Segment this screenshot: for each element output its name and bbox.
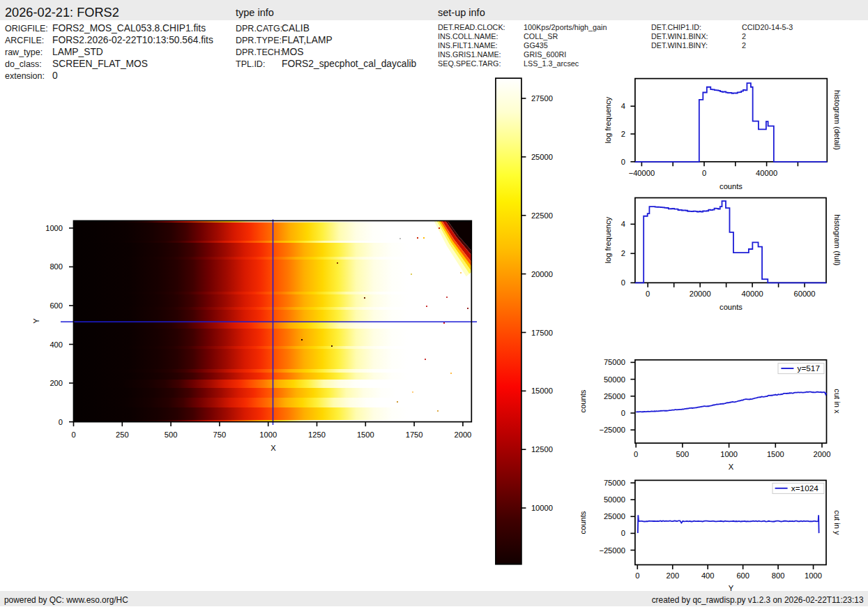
svg-text:1000: 1000 (259, 430, 277, 439)
svg-text:20000: 20000 (531, 270, 553, 278)
svg-text:27500: 27500 (531, 94, 553, 103)
svg-text:25000: 25000 (531, 153, 553, 161)
svg-text:FORS2_specphot_cal_daycalib: FORS2_specphot_cal_daycalib (282, 59, 417, 69)
svg-text:800: 800 (50, 262, 63, 271)
svg-text:cut in y: cut in y (833, 510, 842, 535)
svg-text:LAMP_STD: LAMP_STD (52, 47, 103, 57)
svg-text:2: 2 (742, 41, 746, 50)
svg-text:600: 600 (736, 571, 749, 580)
svg-text:17500: 17500 (531, 329, 553, 337)
svg-text:400: 400 (701, 571, 715, 580)
svg-text:histogram (detail): histogram (detail) (833, 90, 842, 150)
svg-text:GG435: GG435 (524, 41, 548, 50)
svg-text:1000: 1000 (720, 450, 738, 458)
svg-text:0: 0 (59, 418, 63, 426)
svg-text:INS.COLL.NAME:: INS.COLL.NAME: (438, 32, 498, 40)
svg-text:MOS: MOS (282, 47, 303, 57)
svg-text:DET.WIN1.BINY:: DET.WIN1.BINY: (651, 41, 708, 50)
svg-text:INS.GRIS1.NAME:: INS.GRIS1.NAME: (438, 50, 501, 59)
svg-text:x=1024: x=1024 (791, 484, 818, 493)
svg-text:X: X (271, 444, 276, 452)
svg-text:GRIS_600RI: GRIS_600RI (524, 50, 566, 59)
svg-text:2: 2 (742, 32, 746, 40)
svg-text:log frequency: log frequency (604, 96, 612, 143)
svg-text:800: 800 (772, 571, 785, 580)
svg-text:400: 400 (50, 340, 63, 349)
svg-text:DPR.TYPE:: DPR.TYPE: (236, 36, 282, 45)
svg-text:Y: Y (32, 318, 40, 324)
svg-text:500: 500 (676, 450, 690, 458)
svg-text:INS.FILT1.NAME:: INS.FILT1.NAME: (438, 41, 498, 50)
svg-text:Y: Y (729, 584, 734, 592)
svg-text:15000: 15000 (531, 387, 553, 395)
svg-text:ORIGFILE:: ORIGFILE: (5, 24, 48, 33)
svg-text:raw_type:: raw_type: (5, 47, 43, 57)
svg-text:2: 2 (621, 249, 625, 257)
svg-text:12500: 12500 (531, 445, 553, 454)
svg-text:SEQ.SPEC.TARG:: SEQ.SPEC.TARG: (438, 59, 501, 68)
svg-text:600: 600 (50, 301, 63, 310)
svg-text:DET.WIN1.BINX:: DET.WIN1.BINX: (651, 32, 708, 40)
svg-text:y=517: y=517 (798, 364, 820, 373)
svg-text:powered by QC: www.eso.org/HC: powered by QC: www.eso.org/HC (4, 595, 128, 605)
svg-text:1750: 1750 (406, 430, 423, 439)
svg-text:0: 0 (621, 278, 625, 287)
svg-text:1250: 1250 (308, 430, 326, 439)
svg-text:CCID20-14-5-3: CCID20-14-5-3 (742, 23, 793, 31)
svg-text:500: 500 (165, 430, 178, 439)
svg-text:200: 200 (50, 379, 63, 387)
svg-text:DPR.TECH:: DPR.TECH: (236, 47, 282, 57)
svg-text:1000: 1000 (45, 224, 63, 232)
svg-text:X: X (729, 463, 734, 471)
svg-text:50000: 50000 (604, 375, 625, 384)
svg-text:0: 0 (635, 571, 639, 580)
svg-text:0: 0 (71, 430, 75, 439)
svg-text:DET.READ.CLOCK:: DET.READ.CLOCK: (438, 23, 505, 31)
svg-text:CALIB: CALIB (282, 23, 310, 33)
svg-text:ARCFILE:: ARCFILE: (5, 36, 44, 45)
svg-text:do_class:: do_class: (5, 59, 42, 69)
svg-text:2026-02-21: FORS2: 2026-02-21: FORS2 (5, 6, 119, 20)
svg-text:1000: 1000 (805, 571, 822, 580)
svg-text:10000: 10000 (531, 504, 553, 512)
svg-text:created by qc_rawdisp.py v1.2.: created by qc_rawdisp.py v1.2.3 on 2026-… (652, 595, 864, 605)
svg-text:LSS_1.3_arcsec: LSS_1.3_arcsec (524, 59, 579, 68)
svg-text:counts: counts (719, 303, 743, 311)
svg-text:0: 0 (634, 450, 638, 458)
svg-text:250: 250 (116, 430, 129, 439)
svg-text:60000: 60000 (794, 290, 816, 298)
svg-text:2: 2 (621, 130, 625, 138)
svg-text:200: 200 (667, 571, 680, 580)
svg-text:25000: 25000 (604, 512, 625, 520)
svg-text:FORS2_MOS_CAL053.8.CHIP1.fits: FORS2_MOS_CAL053.8.CHIP1.fits (52, 23, 206, 33)
svg-text:40000: 40000 (756, 169, 777, 177)
svg-text:FLAT,LAMP: FLAT,LAMP (282, 35, 333, 45)
svg-text:0: 0 (621, 409, 625, 417)
svg-text:20000: 20000 (690, 290, 711, 298)
svg-text:−40000: −40000 (629, 169, 655, 177)
svg-text:histogram (full): histogram (full) (833, 214, 842, 266)
svg-text:counts: counts (719, 182, 743, 190)
svg-text:SCREEN_FLAT_MOS: SCREEN_FLAT_MOS (52, 59, 148, 69)
svg-text:75000: 75000 (604, 358, 625, 366)
svg-text:0: 0 (702, 169, 706, 177)
svg-text:type info: type info (236, 7, 274, 18)
svg-text:40000: 40000 (742, 290, 763, 298)
svg-text:0: 0 (52, 70, 58, 81)
svg-text:100Kps/2ports/high_gain: 100Kps/2ports/high_gain (524, 23, 607, 31)
svg-text:1500: 1500 (767, 450, 784, 458)
svg-text:1500: 1500 (357, 430, 374, 439)
svg-text:cut in x: cut in x (833, 389, 842, 414)
svg-text:0: 0 (646, 290, 650, 298)
svg-text:DPR.CATG:: DPR.CATG: (236, 24, 282, 33)
svg-text:0: 0 (621, 158, 625, 166)
svg-text:COLL_SR: COLL_SR (524, 32, 558, 40)
svg-text:FORS2.2026-02-22T10:13:50.564.: FORS2.2026-02-22T10:13:50.564.fits (52, 35, 213, 45)
svg-text:extension:: extension: (5, 71, 45, 81)
svg-text:−25000: −25000 (599, 426, 625, 434)
svg-text:set-up info: set-up info (438, 7, 485, 18)
svg-text:4: 4 (621, 220, 625, 228)
svg-text:2000: 2000 (455, 430, 472, 439)
svg-text:75000: 75000 (604, 479, 625, 487)
svg-text:TPL.ID:: TPL.ID: (236, 59, 265, 69)
